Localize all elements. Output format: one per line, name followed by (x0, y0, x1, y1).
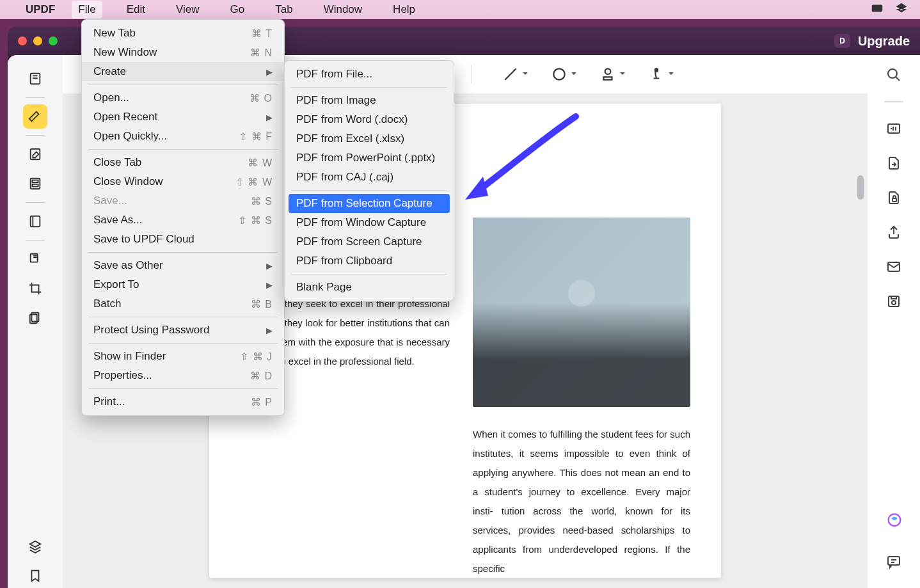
scrollbar-track[interactable] (856, 132, 865, 588)
submenu-item[interactable]: PDF from CAJ (.caj) (285, 168, 454, 187)
svg-point-19 (892, 301, 896, 305)
submenu-item[interactable]: PDF from Clipboard (285, 251, 454, 271)
menu-go[interactable]: Go (224, 1, 251, 19)
upgrade-button[interactable]: Upgrade (858, 34, 910, 49)
menu-edit[interactable]: Edit (120, 1, 152, 19)
menu-item[interactable]: Save to UPDF Cloud (82, 230, 284, 249)
scrollbar-thumb[interactable] (857, 175, 864, 200)
svg-rect-5 (32, 184, 38, 187)
menu-item[interactable]: Export To▶ (82, 275, 284, 294)
stamp-tool-icon[interactable] (598, 65, 617, 84)
line-tool-icon[interactable] (501, 65, 520, 84)
sidebar-organize-icon[interactable] (23, 209, 47, 234)
signature-tool-icon[interactable] (647, 65, 666, 84)
menu-window[interactable]: Window (317, 1, 369, 19)
submenu-item[interactable]: PDF from Excel (.xlsx) (285, 129, 454, 148)
menu-item[interactable]: Protect Using Password▶ (82, 321, 284, 340)
submenu-item[interactable]: PDF from Word (.docx) (285, 110, 454, 129)
menu-view[interactable]: View (170, 1, 206, 19)
svg-point-12 (605, 68, 611, 74)
menu-item[interactable]: New Window⌘ N (82, 43, 284, 62)
svg-rect-16 (892, 198, 896, 202)
svg-rect-4 (32, 180, 38, 183)
menu-item[interactable]: Open...⌘ O (82, 88, 284, 107)
sidebar-compress-icon[interactable] (23, 247, 47, 271)
app-name[interactable]: UPDF (26, 3, 55, 16)
share-icon[interactable] (885, 224, 902, 241)
svg-point-11 (553, 68, 564, 79)
menu-item[interactable]: Close Window⇧ ⌘ W (82, 172, 284, 191)
right-sidebar (868, 55, 920, 588)
menu-item[interactable]: Create▶ (82, 62, 284, 81)
submenu-item[interactable]: PDF from Screen Capture (285, 232, 454, 251)
mac-menubar: UPDF File Edit View Go Tab Window Help (0, 0, 920, 19)
svg-point-14 (888, 69, 897, 78)
submenu-item[interactable]: Blank Page (285, 278, 454, 297)
svg-rect-0 (872, 4, 883, 12)
menu-help[interactable]: Help (386, 1, 422, 19)
menu-item[interactable]: Batch⌘ B (82, 294, 284, 314)
svg-rect-20 (888, 557, 900, 565)
comment-icon[interactable] (885, 553, 902, 570)
menu-item[interactable]: Show in Finder⇧ ⌘ J (82, 347, 284, 366)
column-right-text: When it comes to fulfilling the student … (473, 425, 690, 578)
menu-item[interactable]: Save as Other▶ (82, 256, 284, 275)
sidebar-edit-icon[interactable] (23, 142, 47, 166)
menu-item[interactable]: Properties...⌘ D (82, 366, 284, 385)
minimize-button[interactable] (33, 36, 42, 45)
menu-item[interactable]: Close Tab⌘ W (82, 153, 284, 172)
tray-icon-1[interactable] (870, 1, 884, 19)
ai-icon[interactable] (885, 513, 903, 530)
submenu-item[interactable]: PDF from PowerPoint (.pptx) (285, 148, 454, 168)
protect-icon[interactable] (885, 189, 902, 206)
sidebar-thumbnails-icon[interactable] (23, 171, 47, 196)
document-photo (473, 218, 690, 407)
sidebar-highlighter-icon[interactable] (23, 104, 47, 129)
tray-icon-2[interactable] (894, 1, 908, 19)
submenu-item[interactable]: PDF from Image (285, 91, 454, 110)
submenu-item[interactable]: PDF from Window Capture (285, 213, 454, 232)
menu-item[interactable]: Open Quickly...⇧ ⌘ F (82, 127, 284, 146)
left-sidebar (8, 55, 63, 588)
maximize-button[interactable] (49, 36, 58, 45)
submenu-item[interactable]: PDF from File... (285, 65, 454, 84)
close-button[interactable] (18, 36, 27, 45)
menu-item[interactable]: Save...⌘ S (82, 191, 284, 211)
submenu-item[interactable]: PDF from Selection Capture (289, 194, 450, 213)
email-icon[interactable] (885, 258, 902, 275)
menu-item[interactable]: New Tab⌘ T (82, 24, 284, 43)
menu-item[interactable]: Print...⌘ P (82, 392, 284, 411)
menu-file[interactable]: File (72, 1, 102, 19)
sidebar-bookmark-icon[interactable] (23, 564, 47, 588)
file-menu: New Tab⌘ TNew Window⌘ NCreate▶Open...⌘ O… (81, 19, 285, 416)
convert-icon[interactable] (885, 155, 902, 171)
create-submenu: PDF from File...PDF from ImagePDF from W… (284, 60, 454, 301)
sidebar-crop-icon[interactable] (23, 276, 47, 301)
user-badge[interactable]: D (834, 34, 850, 48)
menu-tab[interactable]: Tab (269, 1, 299, 19)
sidebar-reader-icon[interactable] (23, 67, 47, 91)
save-icon[interactable] (885, 293, 902, 310)
svg-point-13 (655, 68, 658, 71)
svg-rect-6 (31, 216, 40, 227)
ocr-icon[interactable] (885, 120, 902, 137)
traffic-lights (18, 36, 58, 45)
search-icon[interactable] (885, 67, 902, 83)
sidebar-pages-icon[interactable] (23, 306, 47, 330)
sidebar-layers-icon[interactable] (23, 534, 47, 559)
menu-item[interactable]: Save As...⇧ ⌘ S (82, 211, 284, 230)
menu-item[interactable]: Open Recent▶ (82, 107, 284, 127)
shape-tool-icon[interactable] (550, 65, 569, 84)
